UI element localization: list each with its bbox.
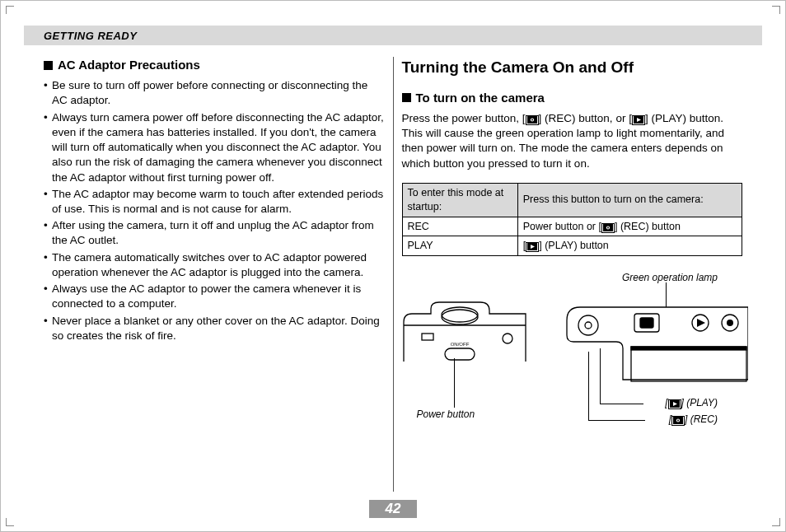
right-column: Turning the Camera On and Off To turn on… bbox=[394, 57, 763, 492]
table-row: REC Power button or [] (REC) button bbox=[402, 217, 742, 236]
leader-line bbox=[588, 352, 589, 421]
svg-point-24 bbox=[585, 322, 592, 329]
cell-press: Power button or [] (REC) button bbox=[517, 217, 742, 236]
cell-mode: PLAY bbox=[402, 236, 517, 256]
list-item: Always turn camera power off before disc… bbox=[44, 110, 385, 185]
camera-diagram: Green operation lamp ON/OFF bbox=[402, 271, 743, 436]
th-press: Press this button to turn on the camera: bbox=[517, 183, 742, 217]
manual-page: GETTING READY AC Adaptor Precautions Be … bbox=[0, 0, 786, 532]
text: ] (REC) button bbox=[615, 221, 681, 232]
subhead-text: AC Adaptor Precautions bbox=[58, 57, 200, 73]
subhead-text: To turn on the camera bbox=[416, 90, 545, 106]
svg-point-7 bbox=[607, 226, 609, 228]
text: ] (PLAY) button bbox=[539, 240, 609, 251]
onoff-text: ON/OFF bbox=[450, 342, 469, 347]
left-column: AC Adaptor Precautions Be sure to turn o… bbox=[24, 57, 393, 492]
svg-rect-15 bbox=[631, 347, 746, 381]
section-header-band: GETTING READY bbox=[24, 26, 762, 45]
black-square-bullet bbox=[402, 93, 411, 102]
play-button-label: [] (PLAY) bbox=[665, 396, 718, 409]
text: Power button or [ bbox=[523, 221, 601, 232]
leader-line bbox=[600, 348, 601, 404]
cell-press: [] (PLAY) button bbox=[517, 236, 742, 256]
svg-marker-20 bbox=[697, 319, 705, 327]
camera-icon bbox=[526, 115, 539, 125]
svg-point-2 bbox=[531, 119, 533, 120]
crop-mark bbox=[6, 6, 17, 17]
th-mode: To enter this mode at startup: bbox=[402, 183, 517, 217]
cell-mode: REC bbox=[402, 217, 517, 236]
list-item: The camera automatically switches over t… bbox=[44, 250, 385, 280]
svg-point-29 bbox=[677, 420, 679, 422]
table-head-row: To enter this mode at startup: Press thi… bbox=[402, 183, 742, 217]
green-lamp-label: Green operation lamp bbox=[622, 271, 718, 284]
text: ] (REC) bbox=[685, 413, 718, 425]
svg-point-13 bbox=[503, 334, 512, 343]
list-item: Never place a blanket or any other cover… bbox=[44, 314, 385, 343]
svg-rect-12 bbox=[445, 348, 475, 360]
power-button-label: Power button bbox=[417, 408, 475, 421]
leader-line bbox=[454, 358, 455, 408]
svg-point-23 bbox=[578, 315, 598, 335]
text: ] (PLAY) bbox=[681, 397, 718, 408]
page-number: 42 bbox=[369, 500, 418, 518]
precautions-list: Be sure to turn off power before connect… bbox=[44, 78, 385, 343]
ac-adaptor-subhead: AC Adaptor Precautions bbox=[44, 57, 385, 73]
camera-icon bbox=[601, 223, 615, 233]
list-item: Be sure to turn off power before connect… bbox=[44, 78, 385, 108]
svg-point-22 bbox=[727, 320, 733, 326]
black-square-bullet bbox=[44, 61, 53, 70]
rec-button-label: [] (REC) bbox=[669, 413, 718, 426]
page-number-band: 42 bbox=[1, 500, 785, 518]
svg-rect-18 bbox=[640, 318, 653, 328]
text-a: Press the power button, [ bbox=[402, 112, 526, 124]
two-column-layout: AC Adaptor Precautions Be sure to turn o… bbox=[24, 57, 762, 492]
play-icon bbox=[526, 242, 539, 252]
list-item: After using the camera, turn it off and … bbox=[44, 218, 385, 248]
list-item: The AC adaptor may become warm to touch … bbox=[44, 187, 385, 217]
play-icon bbox=[632, 115, 645, 125]
section-header-title: GETTING READY bbox=[44, 30, 137, 42]
table-row: PLAY [] (PLAY) button bbox=[402, 236, 742, 256]
page-title: Turning the Camera On and Off bbox=[402, 57, 743, 78]
startup-mode-table: To enter this mode at startup: Press thi… bbox=[402, 183, 743, 257]
leader-line bbox=[601, 404, 643, 404]
play-icon bbox=[668, 399, 681, 409]
intro-paragraph: Press the power button, [] (REC) button,… bbox=[402, 111, 743, 171]
leader-line bbox=[589, 420, 645, 421]
text-b: ] (REC) button, or [ bbox=[539, 112, 632, 124]
svg-rect-16 bbox=[631, 347, 746, 350]
camera-icon bbox=[671, 416, 685, 426]
svg-rect-14 bbox=[422, 334, 433, 340]
list-item: Always use the AC adaptor to power the c… bbox=[44, 282, 385, 311]
leader-line bbox=[666, 282, 667, 307]
crop-mark bbox=[769, 6, 780, 17]
turn-on-subhead: To turn on the camera bbox=[402, 90, 743, 106]
